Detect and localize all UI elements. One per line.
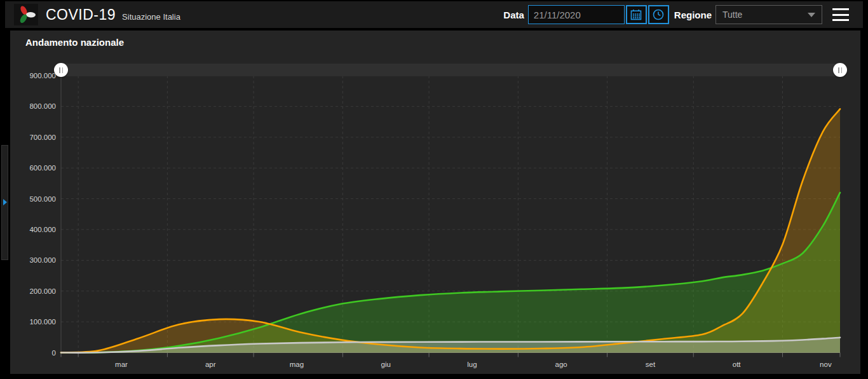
svg-text:800.000: 800.000	[29, 102, 56, 110]
svg-text:400.000: 400.000	[29, 226, 56, 233]
time-button[interactable]	[648, 5, 669, 24]
app-subtitle: Situazione Italia	[122, 12, 180, 22]
svg-text:giu: giu	[381, 361, 391, 368]
expand-panel-tab[interactable]	[1, 145, 8, 260]
date-label: Data	[503, 10, 524, 20]
slider-grip-icon	[838, 67, 839, 73]
hamburger-menu-icon	[832, 8, 849, 10]
svg-text:0: 0	[52, 349, 56, 357]
region-select[interactable]: Tutte	[715, 5, 822, 24]
svg-text:ago: ago	[555, 361, 567, 368]
app-header: COVID-19 Situazione Italia Data	[5, 1, 863, 28]
svg-text:700.000: 700.000	[29, 134, 56, 141]
date-input[interactable]	[528, 5, 625, 24]
region-label: Regione	[674, 10, 712, 20]
protezione-civile-logo	[14, 4, 38, 25]
svg-text:apr: apr	[205, 361, 216, 368]
logo-icon	[17, 5, 36, 24]
svg-text:mag: mag	[290, 361, 304, 368]
calendar-icon	[630, 8, 642, 21]
slider-grip-icon	[59, 67, 60, 73]
time-slider-handle-left[interactable]	[54, 63, 68, 77]
time-range-slider[interactable]	[61, 64, 840, 76]
region-select-value: Tutte	[722, 10, 742, 20]
app-title: COVID-19	[46, 6, 116, 24]
national-trend-chart[interactable]: 0100.000200.000300.000400.000500.000600.…	[10, 31, 860, 374]
time-slider-handle-right[interactable]	[833, 63, 847, 77]
svg-text:300.000: 300.000	[29, 256, 56, 264]
svg-text:lug: lug	[467, 361, 477, 368]
calendar-button[interactable]	[626, 5, 647, 24]
menu-button[interactable]	[832, 7, 851, 22]
svg-text:ott: ott	[733, 361, 742, 368]
svg-text:500.000: 500.000	[29, 195, 56, 203]
svg-text:900.000: 900.000	[29, 72, 56, 79]
svg-text:200.000: 200.000	[29, 287, 56, 295]
svg-text:nov: nov	[820, 361, 832, 368]
header-controls: Data Regione Tutte	[498, 5, 857, 24]
expand-panel-arrow-icon	[3, 199, 7, 205]
national-trend-panel: Andamento nazionale 0100.000200.000300.0…	[10, 31, 860, 374]
svg-text:600.000: 600.000	[29, 164, 56, 172]
clock-icon	[652, 8, 665, 21]
svg-text:mar: mar	[115, 361, 128, 368]
svg-text:100.000: 100.000	[29, 318, 56, 326]
svg-text:set: set	[646, 361, 656, 368]
chevron-down-icon	[808, 13, 815, 17]
